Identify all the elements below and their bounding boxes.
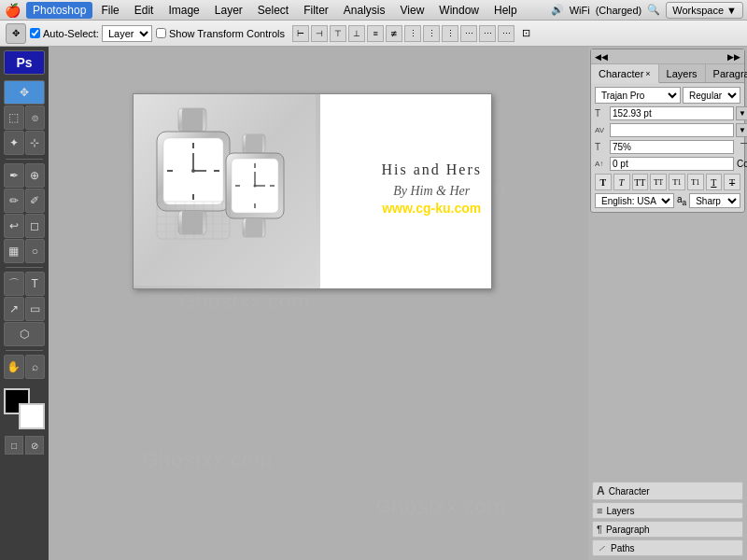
character-panel-body: Trajan Pro Regular T ▼ ↕ bbox=[591, 83, 744, 212]
baseline-input[interactable] bbox=[610, 157, 734, 171]
menu-file[interactable]: File bbox=[94, 2, 125, 19]
align-center-h-btn[interactable]: ⊣ bbox=[311, 25, 328, 42]
brush-tool[interactable]: ✏ bbox=[4, 189, 24, 213]
crop-tool[interactable]: ⊹ bbox=[25, 131, 46, 155]
font-size-input[interactable] bbox=[610, 106, 734, 120]
magic-wand-tool[interactable]: ✦ bbox=[4, 131, 24, 155]
standard-mode-btn[interactable]: □ bbox=[5, 436, 23, 455]
text-tool[interactable]: T bbox=[25, 272, 46, 296]
marquee-tool[interactable]: ⬚ bbox=[4, 105, 24, 130]
auto-select-dropdown[interactable]: Layer bbox=[102, 25, 152, 42]
document-canvas[interactable]: His and Hers By Him & Her www.cg-ku.com bbox=[133, 93, 492, 289]
background-color[interactable] bbox=[19, 403, 45, 429]
menu-help[interactable]: Help bbox=[487, 2, 524, 19]
font-style-select[interactable]: Regular bbox=[683, 87, 740, 104]
apple-logo-icon[interactable]: 🍎 bbox=[4, 2, 21, 19]
character-panel-label: Character bbox=[609, 486, 650, 497]
document-title: His and Hers bbox=[381, 160, 482, 180]
distribute-center-h-btn[interactable]: ⋮ bbox=[423, 25, 440, 42]
align-left-btn[interactable]: ⊢ bbox=[292, 25, 309, 42]
layers-panel-icon[interactable]: ≡ Layers bbox=[592, 502, 743, 519]
paragraph-panel-icon[interactable]: ¶ Paragraph bbox=[592, 521, 743, 538]
align-right-btn[interactable]: ⊤ bbox=[330, 25, 346, 42]
svg-rect-16 bbox=[246, 134, 262, 153]
menu-bar: 🍎 Photoshop File Edit Image Layer Select… bbox=[0, 0, 747, 21]
menu-filter[interactable]: Filter bbox=[297, 2, 335, 19]
allcaps-btn[interactable]: TT bbox=[632, 174, 649, 190]
distribute-bottom-btn[interactable]: ⋯ bbox=[498, 25, 514, 42]
volume-icon[interactable]: 🔊 bbox=[551, 4, 564, 16]
canvas-size-icon[interactable]: ⊡ bbox=[522, 27, 530, 39]
character-panel: ◀◀ ▶▶ Character × Layers Paragraph Paths bbox=[590, 49, 745, 213]
italic-btn[interactable]: T bbox=[613, 174, 630, 190]
workspace-button[interactable]: Workspace ▼ bbox=[666, 2, 743, 19]
spotlight-icon[interactable]: 🔍 bbox=[647, 4, 660, 16]
menu-edit[interactable]: Edit bbox=[128, 2, 161, 19]
tab-character-close[interactable]: × bbox=[645, 69, 650, 78]
align-bottom-btn[interactable]: ≢ bbox=[386, 25, 402, 42]
menu-image[interactable]: Image bbox=[162, 2, 205, 19]
distribute-right-btn[interactable]: ⋮ bbox=[442, 25, 458, 42]
align-top-btn[interactable]: ⊥ bbox=[348, 25, 365, 42]
character-panel-icon[interactable]: A Character bbox=[592, 482, 743, 500]
panel-collapse-right[interactable]: ▶▶ bbox=[727, 52, 740, 62]
menu-layer[interactable]: Layer bbox=[208, 2, 249, 19]
h-scale-icon: T bbox=[595, 142, 608, 152]
distribute-center-v-btn[interactable]: ⋯ bbox=[479, 25, 496, 42]
move-tool-icon[interactable]: ✥ bbox=[6, 23, 26, 44]
hand-tool[interactable]: ✋ bbox=[4, 355, 24, 379]
menu-window[interactable]: Window bbox=[432, 2, 486, 19]
gradient-tool[interactable]: ▦ bbox=[4, 239, 24, 263]
eraser-tool[interactable]: ◻ bbox=[25, 214, 46, 238]
language-select[interactable]: English: USA bbox=[595, 193, 674, 208]
h-scale-input[interactable] bbox=[610, 140, 734, 154]
document-subtitle: By Him & Her bbox=[381, 184, 482, 199]
superscript-btn[interactable]: T1 bbox=[669, 174, 685, 190]
kerning-input[interactable] bbox=[610, 123, 734, 137]
smallcaps-btn[interactable]: TT bbox=[650, 174, 667, 190]
layers-icon: ≡ bbox=[597, 505, 602, 516]
svg-rect-2 bbox=[182, 108, 203, 132]
move-tool[interactable]: ✥ bbox=[4, 80, 45, 105]
panel-collapse-left[interactable]: ◀◀ bbox=[595, 52, 608, 62]
paths-panel-icon[interactable]: ⟋ Paths bbox=[592, 539, 743, 556]
bold-btn[interactable]: T bbox=[595, 174, 612, 190]
eyedropper-tool[interactable]: ✒ bbox=[4, 163, 24, 188]
shape-tool[interactable]: ▭ bbox=[25, 297, 46, 321]
distribute-left-btn[interactable]: ⋮ bbox=[404, 25, 421, 42]
language-aa-row: English: USA aa Sharp bbox=[595, 193, 740, 208]
tab-paragraph[interactable]: Paragraph bbox=[706, 64, 747, 82]
strikethrough-btn[interactable]: T bbox=[724, 174, 740, 190]
transform-checkbox[interactable] bbox=[156, 28, 166, 38]
distribute-top-btn[interactable]: ⋯ bbox=[460, 25, 477, 42]
quick-mask-btn[interactable]: ⊘ bbox=[25, 436, 44, 455]
3d-tool[interactable]: ⬡ bbox=[4, 322, 45, 346]
kerning-dropdown[interactable]: ▼ bbox=[736, 123, 747, 137]
tab-layers[interactable]: Layers bbox=[659, 64, 706, 82]
antialiasing-select[interactable]: Sharp bbox=[689, 193, 740, 208]
font-family-select[interactable]: Trajan Pro bbox=[595, 87, 681, 104]
underline-btn[interactable]: T bbox=[706, 174, 723, 190]
tab-character[interactable]: Character × bbox=[591, 64, 659, 83]
menu-photoshop[interactable]: Photoshop bbox=[26, 2, 92, 19]
menu-select[interactable]: Select bbox=[251, 2, 295, 19]
font-family-row: Trajan Pro Regular bbox=[595, 87, 740, 104]
menu-analysis[interactable]: Analysis bbox=[337, 2, 392, 19]
subscript-btn[interactable]: T1 bbox=[687, 174, 704, 190]
path-select-tool[interactable]: ↗ bbox=[4, 297, 24, 321]
font-size-dropdown[interactable]: ▼ bbox=[736, 106, 747, 120]
auto-select-checkbox[interactable] bbox=[30, 28, 40, 38]
tab-layers-label: Layers bbox=[667, 68, 698, 79]
tab-paragraph-label: Paragraph bbox=[713, 68, 747, 79]
history-tool[interactable]: ↩ bbox=[4, 214, 24, 238]
zoom-tool[interactable]: ⌕ bbox=[25, 355, 46, 379]
color-swatches bbox=[4, 388, 45, 429]
pen-tool[interactable]: ⌒ bbox=[4, 272, 24, 296]
align-center-v-btn[interactable]: ≡ bbox=[367, 25, 384, 42]
clone-tool[interactable]: ✐ bbox=[25, 189, 46, 213]
menu-view[interactable]: View bbox=[394, 2, 431, 19]
dodge-tool[interactable]: ○ bbox=[25, 239, 46, 263]
main-area: Ps ✥ ⬚ ⌾ ✦ ⊹ ✒ ⊕ ✏ ✐ bbox=[0, 47, 747, 560]
healing-tool[interactable]: ⊕ bbox=[25, 163, 46, 188]
lasso-tool[interactable]: ⌾ bbox=[25, 105, 46, 130]
